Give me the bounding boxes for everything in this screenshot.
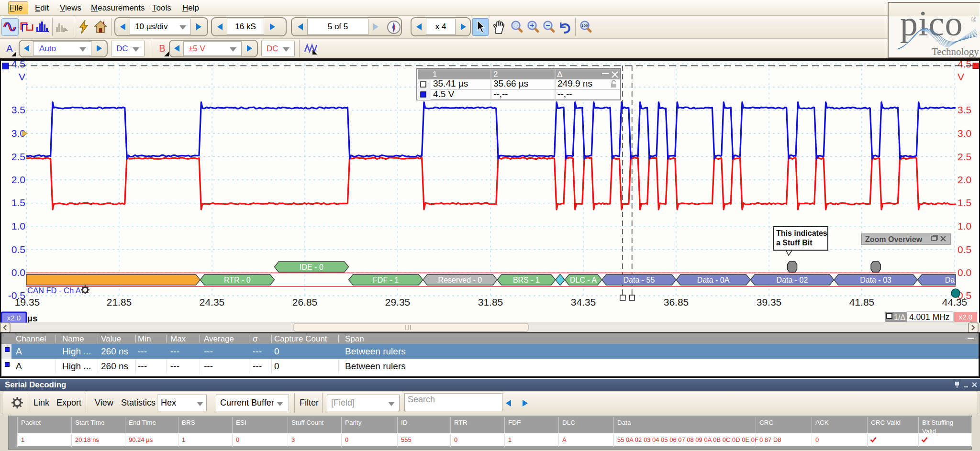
svg-text:BRS - 1: BRS - 1 xyxy=(513,276,540,284)
svg-text:DLC - A: DLC - A xyxy=(570,276,597,284)
svg-text:x2.0: x2.0 xyxy=(959,313,972,321)
svg-text:1/Δ: 1/Δ xyxy=(894,313,905,321)
svg-text:®: ® xyxy=(971,16,976,23)
svg-text:4.001 MHz: 4.001 MHz xyxy=(909,312,950,322)
svg-text:2.0: 2.0 xyxy=(958,174,971,185)
svg-text:Δ: Δ xyxy=(557,70,562,79)
svg-text:41.85: 41.85 xyxy=(849,297,875,308)
svg-text:CAN FD - Ch A: CAN FD - Ch A xyxy=(27,286,81,295)
svg-text:19.35: 19.35 xyxy=(15,297,40,308)
svg-text:4.5 V: 4.5 V xyxy=(433,89,455,99)
svg-text:Data - 55: Data - 55 xyxy=(623,276,655,284)
svg-text:V: V xyxy=(958,71,964,82)
svg-text:3.0: 3.0 xyxy=(958,128,971,139)
svg-text:24.35: 24.35 xyxy=(200,297,225,308)
svg-text:34.35: 34.35 xyxy=(571,297,596,308)
svg-text:Technology: Technology xyxy=(932,46,979,57)
svg-text:29.35: 29.35 xyxy=(385,297,411,308)
svg-text:3.5: 3.5 xyxy=(958,104,971,115)
svg-text:x2.0: x2.0 xyxy=(7,314,21,322)
svg-text:44.35: 44.35 xyxy=(942,297,968,308)
svg-text:--,--: --,-- xyxy=(493,89,508,99)
svg-text:35.41 µs: 35.41 µs xyxy=(433,78,468,88)
svg-text:31.85: 31.85 xyxy=(478,297,503,308)
svg-text:249.9 ns: 249.9 ns xyxy=(557,78,592,88)
svg-text:2.0: 2.0 xyxy=(11,174,25,185)
svg-text:Zoom Overview: Zoom Overview xyxy=(865,235,923,243)
svg-text:1.0: 1.0 xyxy=(958,220,971,231)
svg-text:FDF - 1: FDF - 1 xyxy=(373,276,399,284)
svg-text:Reserved - 0: Reserved - 0 xyxy=(438,276,482,284)
svg-text:1.5: 1.5 xyxy=(11,197,25,208)
svg-text:1: 1 xyxy=(433,70,437,79)
svg-text:This indicates: This indicates xyxy=(776,229,827,237)
svg-text:Data - 0A: Data - 0A xyxy=(697,276,730,284)
svg-text:0.0: 0.0 xyxy=(958,267,971,278)
svg-text:Data - 03: Data - 03 xyxy=(860,276,891,284)
svg-text:Data - 02: Data - 02 xyxy=(777,276,808,284)
svg-text:0.5: 0.5 xyxy=(11,244,25,255)
svg-text:39.35: 39.35 xyxy=(757,297,782,308)
svg-text:2.5: 2.5 xyxy=(11,151,25,162)
svg-text:Da: Da xyxy=(945,276,955,284)
svg-text:RTR - 0: RTR - 0 xyxy=(224,276,251,284)
svg-text:0.5: 0.5 xyxy=(958,244,971,255)
svg-text:1.0: 1.0 xyxy=(11,220,25,231)
svg-text:V: V xyxy=(19,71,25,82)
svg-text:0.0: 0.0 xyxy=(11,267,25,278)
svg-text:--,--: --,-- xyxy=(557,89,572,99)
svg-text:35.66 µs: 35.66 µs xyxy=(493,78,528,88)
svg-text:4.5: 4.5 xyxy=(11,60,25,69)
svg-text:pico: pico xyxy=(900,4,963,43)
svg-text:21.85: 21.85 xyxy=(107,297,132,308)
svg-text:3.5: 3.5 xyxy=(11,104,25,115)
svg-text:36.85: 36.85 xyxy=(664,297,689,308)
svg-text:2: 2 xyxy=(493,70,498,79)
svg-text:26.85: 26.85 xyxy=(292,297,318,308)
svg-text:4.5: 4.5 xyxy=(958,60,971,69)
svg-text:a Stuff Bit: a Stuff Bit xyxy=(776,239,813,247)
svg-text:100: 100 xyxy=(581,23,588,28)
svg-text:2.5: 2.5 xyxy=(958,151,971,162)
svg-text:IDE - 0: IDE - 0 xyxy=(300,263,323,271)
svg-text:1.5: 1.5 xyxy=(958,197,971,208)
svg-text:µs: µs xyxy=(27,313,38,323)
